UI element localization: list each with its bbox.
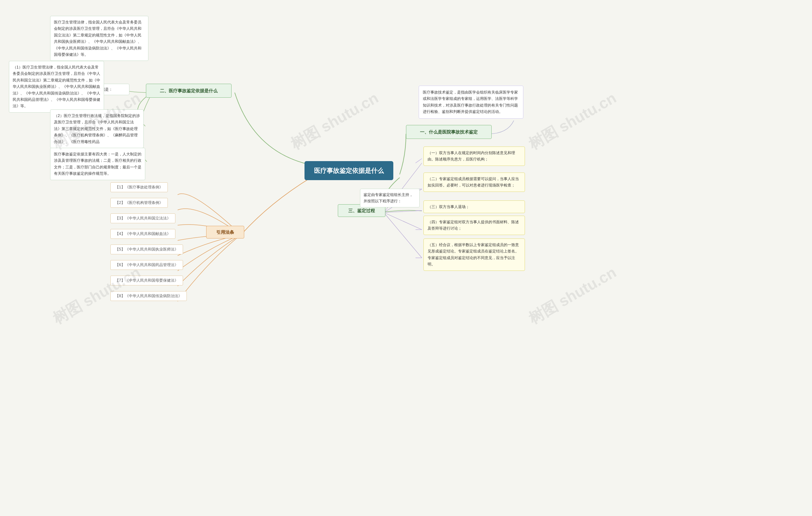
leaf-b3-2: （二）专家鉴定组成员根据需要可以提问，当事人应当如实回答。必要时，可以对患者进行… [424, 173, 525, 192]
law-6: 【6】《中华人民共和国药品管理法》 [110, 260, 183, 270]
connector-lines [0, 0, 812, 516]
leaf-b3-intro: 鉴定由专家鉴定组组长主持，并按照以下程序进行： [360, 189, 419, 207]
leaf-b1-main: 医疗事故技术鉴定，是指由医学会组织有关临床医学专家或和法医学专家组成的专家组，运… [419, 86, 523, 119]
leaf-b3-5: （五）经合议，根据半数以上专家鉴定组成员的一致意见形成鉴定结论。专家鉴定组成员在… [424, 238, 525, 271]
mindmap-container: 树图 shutu.cn 树图 shutu.cn 树图 shutu.cn 树图 s… [0, 0, 812, 516]
law-7: 【7】《中华人民共和国母婴保健法》 [110, 276, 183, 285]
center-node: 医疗事故鉴定依据是什么 [304, 161, 393, 180]
law-3: 【3】《中华人民共和国立法法》 [110, 213, 175, 223]
watermark-5: 树图 shutu.cn [525, 262, 620, 329]
watermark-2: 树图 shutu.cn [287, 88, 382, 154]
leaf-b2-top: 医疗卫生管理法律，指全国人民代表大会及常务委员会制定的涉及医疗卫生管理，且符合《… [50, 16, 148, 61]
law-5: 【5】《中华人民共和国执业医师法》 [110, 245, 183, 254]
leaf-b3-4: （四）专家鉴定组对双方当事人提供的书面材料、陈述及答辩等进行讨论； [424, 216, 525, 235]
law-8: 【8】《中华人民共和国传染病防治法》 [110, 291, 187, 301]
law-1: 【1】《医疗事故处理条例》 [110, 182, 168, 192]
svg-line-2 [384, 210, 422, 212]
law-4: 【4】《中华人民共和国献血法》 [110, 229, 175, 239]
leaf-b2-4: 医疗事故鉴定依据主要有四大类：一是，人大制定的涉及及管理医疗事故的法规；二是，医… [50, 148, 145, 180]
svg-line-4 [384, 212, 422, 258]
leaf-b3-1: （一）双方当事人在规定的时间内分别陈述意见和理由。陈述顺序先患方，后医疗机构； [424, 146, 525, 166]
watermark-3: 树图 shutu.cn [525, 88, 620, 154]
branch-1: 一、什么是医院事故技术鉴定 [406, 125, 492, 139]
branch-4: 引用法条 [206, 226, 244, 238]
leaf-b3-3: （三）双方当事人退场； [424, 200, 525, 213]
svg-line-3 [384, 212, 422, 230]
law-2: 【2】《医疗机构管理条例》 [110, 198, 168, 208]
branch-2: 二、医疗事故鉴定依据是什么 [146, 84, 232, 98]
leaf-b2-3: （2）医疗卫生管理行政法规，是指国务院制定的涉及医疗卫生管理，且符合《中华人民共… [50, 109, 144, 148]
leaf-b2-2: （1）医疗卫生管理法律，指全国人民代表大会及常务委员会制定的涉及医疗卫生管理，且… [9, 61, 104, 113]
